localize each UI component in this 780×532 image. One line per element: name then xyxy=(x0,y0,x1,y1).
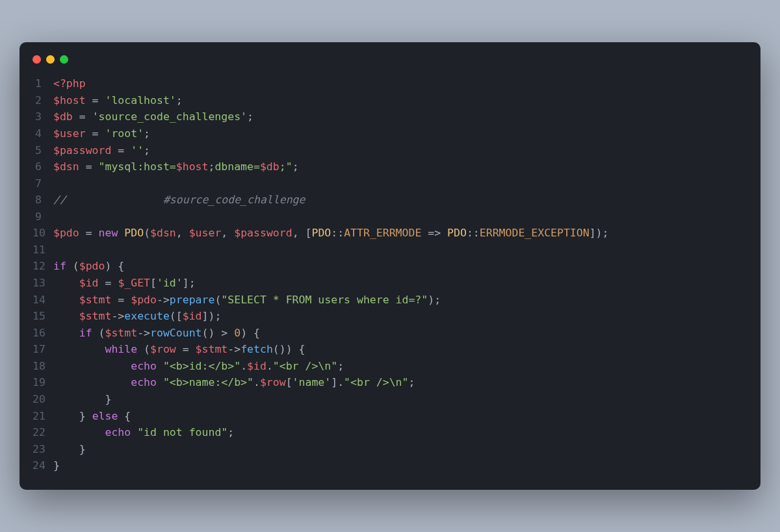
line-content xyxy=(53,242,60,259)
line-number: 20 xyxy=(32,391,53,408)
line-content: $user = 'root'; xyxy=(53,125,150,142)
code-line: 18 echo "<b>id:</b>".$id."<br />\n"; xyxy=(32,358,748,375)
line-content xyxy=(53,209,60,225)
line-content: while ($row = $stmt->fetch()) { xyxy=(53,341,305,358)
code-line: 5$password = ''; xyxy=(32,142,748,159)
line-number: 17 xyxy=(32,341,53,358)
code-line: 14 $stmt = $pdo->prepare("SELECT * FROM … xyxy=(32,292,748,309)
line-number: 10 xyxy=(32,225,53,242)
line-content: $host = 'localhost'; xyxy=(53,92,183,109)
line-number: 19 xyxy=(32,374,53,391)
line-number: 12 xyxy=(32,258,53,275)
code-line: 2$host = 'localhost'; xyxy=(32,92,748,109)
line-number: 18 xyxy=(32,358,53,375)
line-content: $dsn = "mysql:host=$host;dbname=$db;"; xyxy=(53,158,299,175)
line-content: } else { xyxy=(53,408,131,425)
line-content: } xyxy=(53,441,86,458)
code-line: 20 } xyxy=(32,391,748,408)
line-content: $id = $_GET['id']; xyxy=(53,275,196,292)
code-line: 13 $id = $_GET['id']; xyxy=(32,275,748,292)
line-number: 24 xyxy=(32,457,53,474)
line-number: 22 xyxy=(32,424,53,441)
line-content: // #source_code_challenge xyxy=(53,192,305,209)
code-line: 15 $stmt->execute([$id]); xyxy=(32,308,748,325)
code-line: 23 } xyxy=(32,441,748,458)
code-line: 21 } else { xyxy=(32,408,748,425)
code-line: 1<?php xyxy=(32,75,748,92)
minimize-icon[interactable] xyxy=(46,55,55,64)
line-number: 15 xyxy=(32,308,53,325)
line-number: 2 xyxy=(32,92,53,109)
line-number: 9 xyxy=(32,209,53,225)
code-editor[interactable]: 1<?php2$host = 'localhost';3$db = 'sourc… xyxy=(20,75,760,474)
line-content: echo "<b>name:</b>".$row['name']."<br />… xyxy=(53,374,415,391)
line-content: echo "id not found"; xyxy=(53,424,234,441)
line-content: } xyxy=(53,457,60,474)
line-number: 5 xyxy=(32,142,53,159)
close-icon[interactable] xyxy=(32,55,41,64)
line-number: 4 xyxy=(32,125,53,142)
code-line: 22 echo "id not found"; xyxy=(32,424,748,441)
line-number: 1 xyxy=(32,75,53,92)
line-content: } xyxy=(53,391,111,408)
line-content: if ($pdo) { xyxy=(53,258,124,275)
code-window: 1<?php2$host = 'localhost';3$db = 'sourc… xyxy=(20,42,760,490)
line-content: $stmt->execute([$id]); xyxy=(53,308,221,325)
code-line: 12if ($pdo) { xyxy=(32,258,748,275)
line-content: $stmt = $pdo->prepare("SELECT * FROM use… xyxy=(53,292,441,309)
line-number: 7 xyxy=(32,175,53,192)
code-line: 19 echo "<b>name:</b>".$row['name']."<br… xyxy=(32,374,748,391)
line-number: 21 xyxy=(32,408,53,425)
maximize-icon[interactable] xyxy=(60,55,68,64)
line-number: 8 xyxy=(32,192,53,209)
code-line: 10$pdo = new PDO($dsn, $user, $password,… xyxy=(32,225,748,242)
line-number: 3 xyxy=(32,108,53,125)
line-number: 13 xyxy=(32,275,53,292)
line-number: 6 xyxy=(32,158,53,175)
line-number: 14 xyxy=(32,292,53,309)
line-number: 16 xyxy=(32,325,53,342)
code-line: 4$user = 'root'; xyxy=(32,125,748,142)
code-line: 3$db = 'source_code_challenges'; xyxy=(32,108,748,125)
code-line: 8// #source_code_challenge xyxy=(32,192,748,209)
line-content: $pdo = new PDO($dsn, $user, $password, [… xyxy=(53,225,609,242)
code-line: 17 while ($row = $stmt->fetch()) { xyxy=(32,341,748,358)
code-line: 6$dsn = "mysql:host=$host;dbname=$db;"; xyxy=(32,158,748,175)
code-line: 9 xyxy=(32,209,748,225)
line-content: <?php xyxy=(53,75,86,92)
line-number: 11 xyxy=(32,242,53,259)
code-line: 7 xyxy=(32,175,748,192)
line-content: if ($stmt->rowCount() > 0) { xyxy=(53,325,260,342)
window-titlebar xyxy=(20,55,760,75)
code-line: 16 if ($stmt->rowCount() > 0) { xyxy=(32,325,748,342)
line-number: 23 xyxy=(32,441,53,458)
line-content: $db = 'source_code_challenges'; xyxy=(53,108,254,125)
line-content: echo "<b>id:</b>".$id."<br />\n"; xyxy=(53,358,344,375)
code-line: 11 xyxy=(32,242,748,259)
code-line: 24} xyxy=(32,457,748,474)
line-content xyxy=(53,175,60,192)
line-content: $password = ''; xyxy=(53,142,150,159)
